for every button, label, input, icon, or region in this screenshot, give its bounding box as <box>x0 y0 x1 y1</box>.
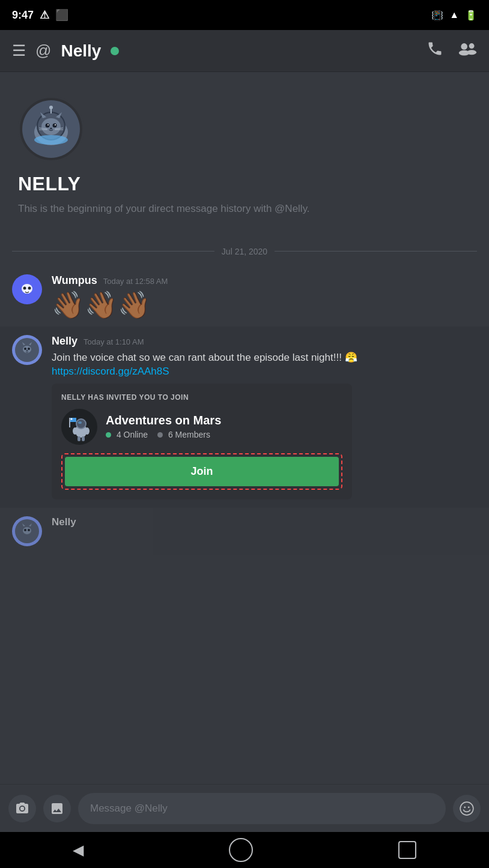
warning-icon: ⚠ <box>40 8 49 22</box>
online-count: 4 Online <box>117 430 148 439</box>
online-dot <box>106 432 111 438</box>
partial-text: Nelly <box>52 516 76 528</box>
svg-point-54 <box>460 802 473 815</box>
svg-point-49 <box>23 527 31 534</box>
online-status-dot <box>111 47 119 55</box>
message-nelly-time: Today at 1:10 AM <box>84 337 144 346</box>
svg-point-52 <box>24 529 26 531</box>
svg-rect-45 <box>77 436 80 441</box>
message-nelly-content: Nelly Today at 1:10 AM Join the voice ch… <box>52 335 477 499</box>
top-nav-left: ☰ @ Nelly <box>12 41 119 61</box>
message-placeholder: Message @Nelly <box>90 803 168 815</box>
message-wumpus-author: Wumpus <box>52 274 97 287</box>
message-input[interactable]: Message @Nelly <box>78 793 446 824</box>
at-sign-icon: @ <box>35 41 51 60</box>
svg-point-20 <box>34 135 68 145</box>
date-separator-text: Jul 21, 2020 <box>222 247 267 256</box>
message-wumpus-time: Today at 12:58 AM <box>103 277 168 286</box>
invite-link[interactable]: https://discord.gg/zAAh8S <box>52 366 169 377</box>
wifi-icon: ▲ <box>449 10 459 20</box>
message-nelly-author: Nelly <box>52 335 77 348</box>
time-display: 9:47 <box>12 9 34 22</box>
invite-server: Adventures on Mars 4 Online 6 Members <box>61 409 342 445</box>
member-count: 6 Members <box>168 430 210 439</box>
hamburger-menu-icon[interactable]: ☰ <box>12 41 26 60</box>
status-bar-right: 📳 ▲ 🔋 <box>431 10 477 21</box>
server-stats: 4 Online 6 Members <box>106 430 221 439</box>
svg-point-22 <box>49 106 53 109</box>
svg-point-11 <box>46 124 50 128</box>
svg-point-42 <box>78 421 82 424</box>
input-bar: Message @Nelly <box>0 784 489 832</box>
svg-point-13 <box>47 124 49 125</box>
online-stat: 4 Online <box>106 430 148 439</box>
svg-point-35 <box>26 350 28 351</box>
svg-point-12 <box>53 124 57 128</box>
home-button[interactable] <box>229 838 253 862</box>
svg-point-44 <box>85 427 90 435</box>
svg-point-53 <box>28 529 30 531</box>
svg-point-30 <box>23 346 31 353</box>
camera-icon: ⬛ <box>55 8 68 22</box>
svg-point-56 <box>468 806 470 808</box>
bottom-nav: ◀ <box>0 832 489 868</box>
back-button[interactable]: ◀ <box>73 842 84 858</box>
profile-header: NELLY This is the beginning of your dire… <box>12 84 477 235</box>
invite-card: NELLY HAS INVITED YOU TO JOIN <box>52 384 352 499</box>
message-nelly-text: Join the voice chat so we can rant about… <box>52 350 477 366</box>
svg-point-25 <box>23 286 26 289</box>
svg-point-8 <box>41 118 61 135</box>
profile-description: This is the beginning of your direct mes… <box>18 201 471 217</box>
invite-label: NELLY HAS INVITED YOU TO JOIN <box>61 393 342 402</box>
svg-point-15 <box>50 128 52 130</box>
nav-username: Nelly <box>61 41 101 61</box>
join-button[interactable]: Join <box>65 457 339 486</box>
phone-icon[interactable] <box>427 40 443 61</box>
member-stat: 6 Members <box>157 430 210 439</box>
svg-point-26 <box>28 286 31 289</box>
message-wumpus-header: Wumpus Today at 12:58 AM <box>52 274 477 287</box>
svg-point-3 <box>467 50 476 55</box>
server-info: Adventures on Mars 4 Online 6 Members <box>106 414 221 439</box>
main-content: NELLY This is the beginning of your dire… <box>0 72 489 784</box>
profile-name-large: NELLY <box>18 173 471 195</box>
emoji-button[interactable] <box>453 795 481 822</box>
message-wumpus-text: 👋🏾👋🏾👋🏾 <box>52 289 477 321</box>
message-wumpus-content: Wumpus Today at 12:58 AM 👋🏾👋🏾👋🏾 <box>52 274 477 321</box>
message-nelly-header: Nelly Today at 1:10 AM <box>52 335 477 348</box>
member-dot <box>157 432 163 438</box>
join-button-wrapper: Join <box>61 453 342 490</box>
recents-button[interactable] <box>398 841 416 859</box>
status-bar-left: 9:47 ⚠ ⬛ <box>12 8 68 22</box>
battery-icon: 🔋 <box>465 10 477 21</box>
svg-point-47 <box>71 418 73 420</box>
top-nav: ☰ @ Nelly <box>0 30 489 72</box>
camera-button[interactable] <box>8 795 36 822</box>
message-wumpus: Wumpus Today at 12:58 AM 👋🏾👋🏾👋🏾 <box>12 268 477 327</box>
svg-point-33 <box>24 348 26 350</box>
vibrate-icon: 📳 <box>431 10 443 21</box>
svg-rect-46 <box>82 436 85 441</box>
svg-point-2 <box>469 43 475 49</box>
top-nav-right <box>427 40 477 61</box>
server-icon <box>61 409 97 445</box>
members-icon[interactable] <box>458 40 477 61</box>
status-bar: 9:47 ⚠ ⬛ 📳 ▲ 🔋 <box>0 0 489 30</box>
image-button[interactable] <box>43 795 71 822</box>
partial-author: Nelly <box>52 516 76 528</box>
svg-point-14 <box>55 124 56 125</box>
recents-square-icon <box>398 841 416 859</box>
svg-point-0 <box>461 43 467 50</box>
nelly-avatar <box>12 335 42 365</box>
server-name: Adventures on Mars <box>106 414 221 427</box>
message-nelly: Nelly Today at 1:10 AM Join the voice ch… <box>0 327 489 508</box>
svg-point-55 <box>464 806 466 808</box>
partial-next-message: Nelly <box>0 508 489 555</box>
svg-point-41 <box>77 420 85 428</box>
profile-avatar <box>18 96 84 162</box>
date-separator: Jul 21, 2020 <box>12 247 477 256</box>
partial-nelly-avatar <box>12 516 42 546</box>
wumpus-avatar <box>12 274 42 304</box>
home-circle-icon <box>229 838 253 862</box>
svg-point-43 <box>73 427 77 435</box>
